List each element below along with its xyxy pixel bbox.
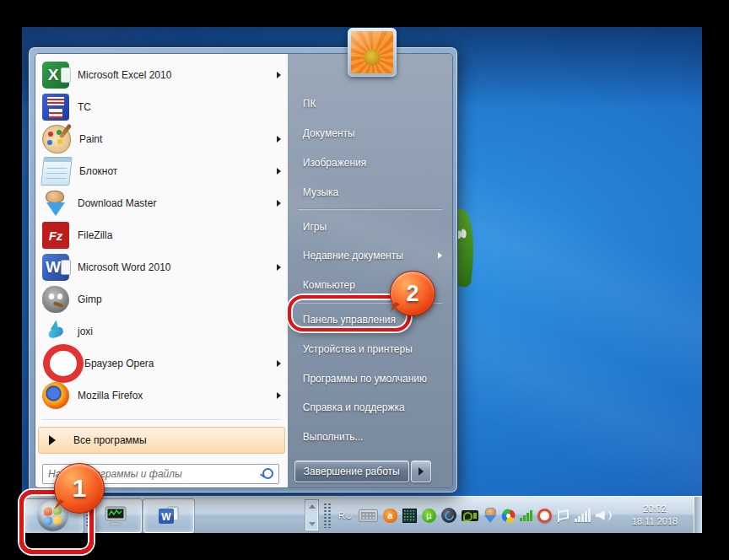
start-menu-item-run[interactable]: Выполнить... <box>288 423 452 452</box>
submenu-arrow-icon <box>277 136 281 143</box>
shutdown-options-button[interactable] <box>411 460 431 482</box>
program-label: Microsoft Word 2010 <box>78 261 171 273</box>
submenu-arrow-icon <box>277 360 281 367</box>
program-label: TC <box>78 101 91 113</box>
submenu-arrow-icon <box>277 72 281 78</box>
gimp-icon <box>42 286 69 313</box>
volume-icon[interactable] <box>596 509 613 522</box>
start-menu-item-download-master[interactable]: Download Master <box>35 187 288 219</box>
utorrent-icon[interactable]: µ <box>422 509 436 523</box>
start-menu-item-notepad[interactable]: Блокнот <box>35 155 288 187</box>
menu-item-label: Изображения <box>303 157 366 169</box>
filezilla-icon <box>42 222 69 249</box>
system-tray: RUaµ <box>305 497 613 533</box>
menu-item-label: Документы <box>303 127 355 139</box>
led-grid-icon[interactable] <box>402 509 417 523</box>
action-flag-icon[interactable] <box>557 509 570 523</box>
program-label: Download Master <box>78 197 156 209</box>
firefox-icon <box>42 382 69 409</box>
start-menu: Microsoft Excel 2010 TC Paint <box>28 46 458 493</box>
opera-icon <box>43 344 84 383</box>
download-manager-icon[interactable] <box>483 508 497 523</box>
user-avatar[interactable] <box>348 28 397 77</box>
submenu-arrow-icon <box>277 200 281 207</box>
signal-green-icon[interactable] <box>520 510 532 521</box>
colorful-star-icon[interactable] <box>500 507 517 524</box>
tc-icon <box>42 94 69 121</box>
word-icon: W <box>156 503 181 529</box>
start-menu-right-panel: ПК Документы Изображения Музыка <box>288 54 452 487</box>
program-label: Браузер Opera <box>84 358 154 369</box>
keyboard-icon[interactable] <box>359 509 378 522</box>
language-indicator[interactable]: RU <box>338 510 354 520</box>
start-menu-item-pc[interactable]: ПК <box>288 89 452 119</box>
toolbar-scroll-icon[interactable] <box>305 500 318 530</box>
taskbar: W RUaµ 20:02 18.11.2018 <box>22 496 702 533</box>
start-menu-item-joxi[interactable]: joxi <box>35 315 288 347</box>
menu-item-label: Справка и поддержка <box>303 401 405 413</box>
program-label: Paint <box>79 133 102 145</box>
nvidia-icon[interactable] <box>462 510 478 521</box>
download-master-icon <box>42 190 69 217</box>
start-menu-item-tc[interactable]: TC <box>35 91 288 123</box>
start-menu-item-recent[interactable]: Недавние документы <box>288 241 452 271</box>
submenu-arrow-icon <box>277 264 281 271</box>
clock-time: 20:02 <box>619 503 690 515</box>
record-ring-icon[interactable] <box>537 509 552 523</box>
start-menu-item-filezilla[interactable]: FileZilla <box>35 219 288 251</box>
start-menu-item-help[interactable]: Справка и поддержка <box>288 393 452 423</box>
svg-text:W: W <box>161 511 171 523</box>
taskbar-app-word[interactable]: W <box>143 499 194 533</box>
menu-item-label: Музыка <box>303 186 338 198</box>
start-menu-item-opera[interactable]: Браузер Opera <box>35 347 288 380</box>
divider <box>42 419 281 421</box>
program-label: Gimp <box>78 293 102 305</box>
annotation-step-2: 2 <box>390 271 435 316</box>
start-menu-item-devices[interactable]: Устройства и принтеры <box>288 334 452 363</box>
program-label: Mozilla Firefox <box>78 390 143 401</box>
network-bars-icon[interactable] <box>575 509 591 522</box>
shutdown-label: Завершение работы <box>304 466 400 477</box>
menu-item-label: Программы по умолчанию <box>303 373 427 385</box>
excel-icon <box>42 62 69 89</box>
word-icon <box>42 254 69 281</box>
start-menu-item-word[interactable]: Microsoft Word 2010 <box>35 251 288 283</box>
start-menu-item-games[interactable]: Игры <box>288 212 452 241</box>
notepad-icon <box>40 157 73 186</box>
grip-icon[interactable] <box>323 503 332 528</box>
system-monitor-icon <box>103 503 128 529</box>
program-label: joxi <box>78 326 93 337</box>
search-icon <box>262 468 273 479</box>
flower-photo-icon <box>351 31 393 73</box>
start-menu-item-pictures[interactable]: Изображения <box>288 148 452 178</box>
avast-icon[interactable]: a <box>383 509 397 523</box>
menu-item-label: Устройства и принтеры <box>303 343 413 355</box>
start-menu-item-paint[interactable]: Paint <box>35 123 288 155</box>
all-programs-arrow-icon <box>49 435 56 445</box>
program-label: Microsoft Excel 2010 <box>78 69 171 81</box>
start-menu-left-panel: Microsoft Excel 2010 TC Paint <box>35 54 288 487</box>
taskbar-clock[interactable]: 20:02 18.11.2018 <box>619 503 690 528</box>
menu-item-label: ПК <box>303 98 316 110</box>
desktop: Microsoft Excel 2010 TC Paint <box>22 27 702 533</box>
menu-item-label: Компьютер <box>303 279 355 291</box>
shutdown-button[interactable]: Завершение работы <box>294 460 409 482</box>
start-menu-item-gimp[interactable]: Gimp <box>35 283 288 315</box>
start-menu-item-documents[interactable]: Документы <box>288 119 452 148</box>
right-arrow-icon <box>418 467 424 476</box>
show-desktop-button[interactable] <box>694 497 702 533</box>
clock-date: 18.11.2018 <box>619 515 690 528</box>
menu-item-label: Игры <box>303 221 327 233</box>
start-menu-item-excel[interactable]: Microsoft Excel 2010 <box>35 59 288 91</box>
paint-icon <box>42 125 71 153</box>
start-menu-item-music[interactable]: Музыка <box>288 177 452 207</box>
submenu-arrow-icon <box>277 168 281 175</box>
start-menu-item-firefox[interactable]: Mozilla Firefox <box>35 380 288 412</box>
program-list: Microsoft Excel 2010 TC Paint <box>35 54 288 412</box>
start-menu-item-default-programs[interactable]: Программы по умолчанию <box>288 363 452 393</box>
blue-swirl-icon[interactable] <box>441 508 456 523</box>
program-label: Блокнот <box>79 165 117 177</box>
all-programs-button[interactable]: Все программы <box>38 427 285 454</box>
submenu-arrow-icon <box>277 392 281 399</box>
menu-item-label: Недавние документы <box>303 250 403 261</box>
